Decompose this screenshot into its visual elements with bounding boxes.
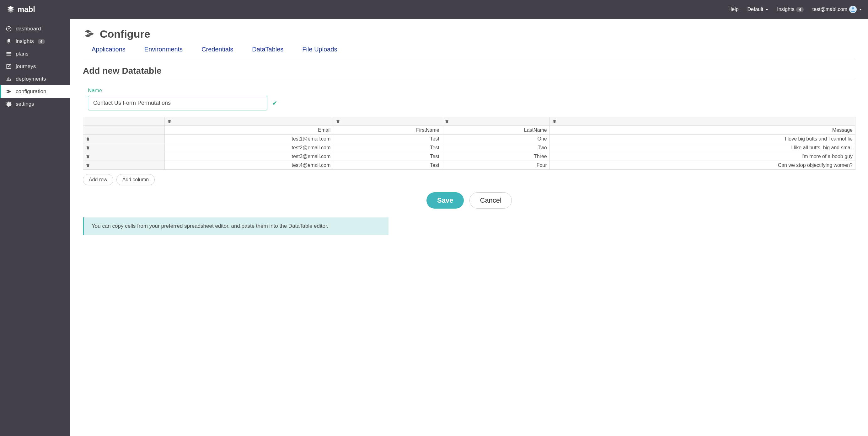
user-menu[interactable]: test@mabl.com: [812, 6, 862, 13]
divider: [83, 79, 856, 79]
column-name-cell[interactable]: LastName: [442, 126, 550, 135]
chevron-down-icon: [766, 9, 768, 10]
datatable-editor: Email FirstName LastName Message test1@e…: [83, 117, 856, 170]
tab-fileuploads[interactable]: File Uploads: [302, 46, 337, 53]
sidebar-nav: dashboard insights 4 plans journeys de: [0, 19, 70, 436]
sidebar-item-label: journeys: [16, 63, 36, 70]
data-cell[interactable]: Two: [442, 143, 550, 152]
bell-icon: [6, 38, 12, 44]
insights-badge: 4: [796, 7, 803, 12]
trash-icon[interactable]: [167, 119, 331, 124]
trash-icon[interactable]: [86, 163, 162, 168]
svg-rect-5: [7, 55, 11, 56]
row-delete-cell: [83, 152, 165, 161]
column-name-cell[interactable]: Message: [550, 126, 855, 135]
trash-icon[interactable]: [552, 119, 852, 124]
sidebar-item-settings[interactable]: settings: [0, 98, 70, 110]
data-cell[interactable]: Test: [333, 161, 442, 170]
data-cell[interactable]: I'm more of a boob guy: [550, 152, 855, 161]
sidebar-item-configuration[interactable]: configuration: [0, 85, 70, 98]
sidebar-item-label: settings: [16, 101, 34, 107]
data-cell[interactable]: Can we stop objectifying women?: [550, 161, 855, 170]
sidebar-item-label: insights: [16, 38, 34, 44]
table-row: test4@email.com Test Four Can we stop ob…: [83, 161, 856, 170]
tab-credentials[interactable]: Credentials: [202, 46, 233, 53]
add-column-button[interactable]: Add column: [117, 174, 155, 186]
mabl-logo-icon: [6, 5, 15, 14]
column-header-delete: [442, 117, 550, 126]
sidebar-item-label: configuration: [16, 89, 46, 95]
gear-icon: [6, 101, 12, 107]
top-header: mabl Help Default Insights 4 test@mabl.c…: [0, 0, 868, 19]
data-cell[interactable]: test1@email.com: [165, 135, 333, 143]
tab-datatables[interactable]: DataTables: [252, 46, 283, 53]
add-row-button[interactable]: Add row: [83, 174, 113, 186]
sidebar-item-plans[interactable]: plans: [0, 48, 70, 60]
data-cell[interactable]: One: [442, 135, 550, 143]
insights-label: Insights: [777, 7, 794, 12]
svg-rect-3: [7, 52, 11, 53]
data-cell[interactable]: Three: [442, 152, 550, 161]
trash-icon[interactable]: [336, 119, 439, 124]
sidebar-item-label: dashboard: [16, 26, 41, 32]
name-field-label: Name: [88, 88, 856, 94]
save-button[interactable]: Save: [427, 192, 464, 209]
plans-icon: [6, 51, 12, 57]
data-cell[interactable]: test3@email.com: [165, 152, 333, 161]
trash-icon[interactable]: [86, 137, 162, 141]
sidebar-item-journeys[interactable]: journeys: [0, 60, 70, 73]
data-cell[interactable]: Four: [442, 161, 550, 170]
row-delete-cell: [83, 135, 165, 143]
svg-point-0: [852, 7, 854, 9]
data-cell[interactable]: Test: [333, 135, 442, 143]
cancel-button[interactable]: Cancel: [469, 192, 512, 209]
help-link[interactable]: Help: [728, 7, 739, 12]
svg-point-2: [8, 28, 9, 29]
column-header-delete: [333, 117, 442, 126]
brand-logo[interactable]: mabl: [6, 5, 35, 14]
page-title: Configure: [100, 28, 150, 40]
trash-icon[interactable]: [86, 154, 162, 159]
data-cell[interactable]: test4@email.com: [165, 161, 333, 170]
insights-link[interactable]: Insights 4: [777, 7, 803, 12]
corner-cell: [83, 117, 165, 126]
datatable-name-input[interactable]: [88, 96, 267, 110]
brand-name: mabl: [18, 5, 35, 14]
check-icon: ✔: [272, 100, 277, 107]
svg-rect-4: [7, 53, 11, 54]
column-name-cell[interactable]: FirstName: [333, 126, 442, 135]
row-delete-cell: [83, 143, 165, 152]
sidebar-item-deployments[interactable]: deployments: [0, 73, 70, 85]
column-header-delete: [550, 117, 855, 126]
info-message: You can copy cells from your preferred s…: [83, 217, 389, 235]
column-name-cell[interactable]: Email: [165, 126, 333, 135]
row-delete-cell: [83, 161, 165, 170]
workspace-label: Default: [747, 7, 764, 12]
table-row: test3@email.com Test Three I'm more of a…: [83, 152, 856, 161]
data-cell[interactable]: I like all butts, big and small: [550, 143, 855, 152]
deployments-icon: [6, 76, 12, 82]
data-cell[interactable]: I love big butts and I cannot lie: [550, 135, 855, 143]
tab-environments[interactable]: Environments: [144, 46, 183, 53]
trash-icon[interactable]: [86, 145, 162, 150]
data-cell[interactable]: Test: [333, 143, 442, 152]
help-label: Help: [728, 7, 739, 12]
tab-applications[interactable]: Applications: [92, 46, 126, 53]
chevron-down-icon: [859, 9, 862, 10]
section-title: Add new Datatable: [83, 66, 856, 76]
workspace-dropdown[interactable]: Default: [747, 7, 769, 12]
user-avatar-icon: [849, 6, 857, 13]
sidebar-item-dashboard[interactable]: dashboard: [0, 23, 70, 35]
sidebar-item-insights[interactable]: insights 4: [0, 35, 70, 48]
data-cell[interactable]: test2@email.com: [165, 143, 333, 152]
insights-count-badge: 4: [38, 39, 45, 44]
journeys-icon: [6, 63, 12, 70]
config-tabs: Applications Environments Credentials Da…: [83, 46, 856, 59]
data-cell[interactable]: Test: [333, 152, 442, 161]
sidebar-item-label: plans: [16, 51, 29, 57]
sidebar-item-label: deployments: [16, 76, 46, 82]
trash-icon[interactable]: [445, 119, 547, 124]
column-header-delete: [165, 117, 333, 126]
configuration-icon: [6, 89, 12, 95]
table-row: test2@email.com Test Two I like all butt…: [83, 143, 856, 152]
